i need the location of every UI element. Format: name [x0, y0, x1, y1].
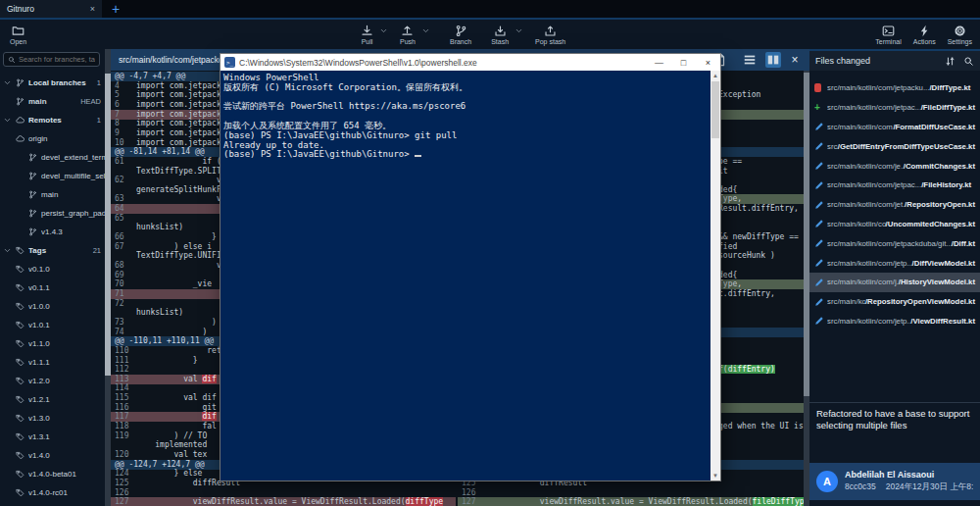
- pull-dropdown-button[interactable]: [379, 26, 388, 35]
- stash-button[interactable]: Stash: [491, 25, 509, 45]
- diff-line: 127 viewDiffResult.value = ViewDiffResul…: [458, 497, 804, 506]
- file-row-diff-kt[interactable]: src/main/kotlin/com/jetpackduba/git.../D…: [809, 233, 980, 253]
- line-number: 113: [111, 375, 136, 384]
- new-tab-button[interactable]: +: [108, 1, 123, 17]
- code-text: viewDiffResult.value = ViewDiffResult.Lo…: [483, 497, 804, 506]
- powershell-terminal[interactable]: Windows PowerShell版权所有 (C) Microsoft Cor…: [220, 71, 710, 481]
- sidebar-item-persist-graph-padding[interactable]: persist_graph_padding: [0, 204, 105, 223]
- maximize-button[interactable]: □: [671, 58, 696, 68]
- pop-stash-button[interactable]: Pop stash: [535, 25, 565, 45]
- sidebar-section-local-branches[interactable]: Local branches1: [0, 74, 105, 92]
- sidebar-item-v1-1-0[interactable]: v1.1.0: [0, 334, 105, 353]
- sidebar-item-v1-4-0-rc01[interactable]: v1.4.0-rc01: [0, 483, 105, 502]
- sidebar-item-v1-4-0[interactable]: v1.4.0: [0, 446, 105, 465]
- file-path: src/main/kotlin/com/j...: [827, 278, 899, 286]
- settings-button[interactable]: Settings: [948, 25, 972, 45]
- file-row-getdiffentryfromdifftypeusecase-kt[interactable]: src/.../GetDiffEntryFromDiffTypeUseCase.…: [809, 136, 980, 156]
- file-row-commitchanges-kt[interactable]: src/main/kotlin/com/je.../CommitChanges.…: [809, 156, 980, 176]
- diff-file-path-tab[interactable]: src/main/kotlin/com/jetpackdu: [111, 49, 236, 71]
- close-diff-button[interactable]: ×: [787, 52, 803, 68]
- sidebar-item-v1-3-1[interactable]: v1.3.1: [0, 428, 105, 446]
- scroll-up-icon[interactable]: ▲: [710, 71, 720, 80]
- file-name: /FileHistory.kt: [921, 180, 971, 189]
- lightning-icon: [918, 25, 931, 37]
- sidebar-section-tags[interactable]: Tags21: [0, 241, 105, 260]
- tag-icon: [16, 358, 24, 367]
- word-diff-highlight: f(diffEntry): [718, 365, 775, 374]
- file-row-diffviewmodel-kt[interactable]: src/main/kotlin/com/jetp.../DiffViewMode…: [809, 253, 980, 273]
- window-tab-bar: Gitnuro × +: [0, 0, 980, 20]
- sidebar-item-label: Local branches: [28, 78, 105, 87]
- line-number: 65: [111, 214, 136, 224]
- file-row-filedifftype-kt[interactable]: +src/main/kotlin/com/jetpac.../FileDiffT…: [809, 98, 980, 118]
- diff-line: 126: [458, 488, 804, 498]
- sidebar-item-v1-1-1[interactable]: v1.1.1: [0, 353, 105, 372]
- file-path: src/main/kotlin/com/jetpac...: [827, 180, 921, 189]
- files-changed-title: Files changed: [815, 56, 937, 66]
- push-dropdown-button[interactable]: [421, 26, 430, 35]
- sidebar-item-v0-1-0[interactable]: v0.1.0: [0, 260, 105, 278]
- sidebar-item-v1-2-0[interactable]: v1.2.0: [0, 372, 105, 390]
- head-badge: HEAD: [80, 97, 101, 106]
- file-row-historyviewmodel-kt[interactable]: src/main/kotlin/com/j.../HistoryViewMode…: [809, 273, 980, 292]
- sidebar-item-v1-0-0[interactable]: v1.0.0: [0, 297, 105, 316]
- minimize-button[interactable]: —: [647, 58, 671, 68]
- stash-dropdown-button[interactable]: [514, 26, 523, 35]
- sidebar-item-v1-4-3[interactable]: v1.4.3: [0, 223, 105, 241]
- tab-close-icon[interactable]: ×: [90, 4, 95, 14]
- sidebar-item-v1-4-0-beta01[interactable]: v1.4.0-beta01: [0, 465, 105, 483]
- push-button[interactable]: Push: [400, 25, 416, 45]
- split-view-button[interactable]: [765, 52, 781, 68]
- sidebar-item-devel-multifile-selection[interactable]: devel_multifile_selection: [0, 167, 105, 185]
- sidebar-item-main[interactable]: main: [0, 185, 105, 204]
- sidebar-item-main[interactable]: mainHEAD: [0, 92, 105, 111]
- sidebar-item-label: v0.1.0: [28, 265, 105, 274]
- tag-icon: [16, 377, 24, 385]
- file-path: src/main/kotlin/com/je...: [827, 162, 904, 171]
- actions-button[interactable]: Actions: [913, 25, 936, 45]
- powershell-scrollbar[interactable]: ▲ ▼: [710, 71, 720, 481]
- file-row-filehistory-kt[interactable]: src/main/kotlin/com/jetpac.../FileHistor…: [809, 176, 980, 195]
- sidebar-item-label: v1.2.1: [28, 395, 105, 404]
- close-button[interactable]: ×: [696, 58, 720, 68]
- toolbar: Open Pull Push Branch Stash Pop stash: [0, 20, 980, 49]
- branch-icon: [28, 172, 37, 180]
- branch-search-box[interactable]: [3, 52, 100, 67]
- file-row-difftype-kt[interactable]: src/main/kotlin/com/jetpacku.../DiffType…: [809, 78, 980, 98]
- line-number: 120: [111, 450, 136, 460]
- sidebar-item-origin[interactable]: origin: [0, 129, 105, 148]
- sidebar-item-devel-extend-terminal[interactable]: devel_extend_terminal: [0, 148, 105, 167]
- file-row-repositoryopenviewmodel-kt[interactable]: src/main/ko.../RepositoryOpenViewModel.k…: [809, 292, 980, 312]
- sidebar-item-v1-3-0[interactable]: v1.3.0: [0, 409, 105, 428]
- powershell-title-bar[interactable]: >_ C:\Windows\System32\WindowsPowerShell…: [220, 54, 720, 71]
- commit-author-bar[interactable]: A Abdelilah El Aissaoui 8cc0c35 2024年12月…: [809, 463, 980, 500]
- unified-view-button[interactable]: [742, 52, 758, 68]
- line-number: 68: [111, 261, 136, 271]
- powershell-scrollbar-thumb[interactable]: [711, 81, 719, 138]
- file-path: src/main/ko...: [827, 297, 865, 306]
- sidebar-item-v0-1-1[interactable]: v0.1.1: [0, 278, 105, 297]
- branch-button[interactable]: Branch: [450, 25, 471, 45]
- sidebar-item-v1-4-1[interactable]: v1.4.1: [0, 502, 105, 506]
- search-icon[interactable]: [963, 56, 974, 67]
- terminal-button[interactable]: Terminal: [875, 25, 901, 45]
- tab-title: Gitnuro: [7, 4, 90, 14]
- line-number: 73: [111, 318, 136, 328]
- modified-status-icon: [814, 238, 827, 249]
- tab-gitnuro[interactable]: Gitnuro ×: [0, 0, 102, 18]
- file-row-repositoryopen-kt[interactable]: src/main/kotlin/com/jet.../RepositoryOpe…: [809, 195, 980, 215]
- file-row-formatdiffusecase-kt[interactable]: src/main/kotlin/com.../FormatDiffUseCase…: [809, 118, 980, 137]
- sidebar-item-v1-0-1[interactable]: v1.0.1: [0, 316, 105, 334]
- pull-button[interactable]: Pull: [361, 25, 373, 45]
- scroll-down-icon[interactable]: ▼: [710, 471, 720, 481]
- file-name: /FormatDiffUseCase.kt: [893, 123, 975, 131]
- file-row-viewdiffresult-kt[interactable]: src/main/kotlin/com/jetp.../ViewDiffResu…: [809, 312, 980, 331]
- open-button[interactable]: Open: [10, 25, 26, 45]
- powershell-window[interactable]: >_ C:\Windows\System32\WindowsPowerShell…: [220, 54, 720, 481]
- sidebar-item-v1-2-1[interactable]: v1.2.1: [0, 390, 105, 409]
- sort-icon[interactable]: [945, 56, 956, 67]
- file-row-uncommitedchanges-kt[interactable]: src/main/kotlin/co.../UncommitedChanges.…: [809, 215, 980, 234]
- sidebar-section-remotes[interactable]: Remotes1: [0, 111, 105, 129]
- terminal-line: 尝试新的跨平台 PowerShell https://aka.ms/pscore…: [223, 102, 710, 112]
- branch-search-input[interactable]: [19, 55, 95, 64]
